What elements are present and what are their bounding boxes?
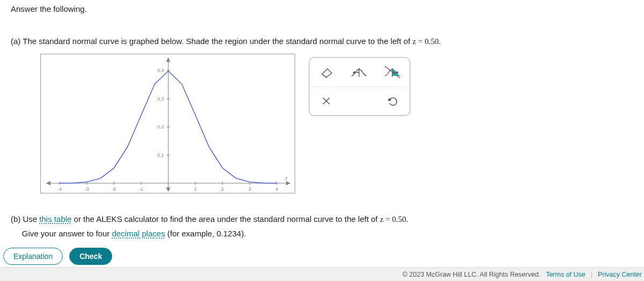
svg-text:0.3: 0.3 <box>157 96 164 102</box>
svg-text:-3: -3 <box>85 186 89 192</box>
part-b-label: (b) <box>11 214 20 224</box>
svg-text:z: z <box>284 176 288 181</box>
footer-sep: | <box>591 271 592 278</box>
tool-row-1 <box>310 58 409 87</box>
part-a-label: (a) <box>11 37 20 46</box>
svg-text:2: 2 <box>221 186 224 192</box>
svg-text:-2: -2 <box>112 186 116 192</box>
this-table-link[interactable]: this table <box>39 214 71 224</box>
privacy-link[interactable]: Privacy Center <box>598 271 642 278</box>
svg-text:-1: -1 <box>139 186 143 192</box>
decimal-places-link[interactable]: decimal places <box>112 229 165 238</box>
normal-curve-graph[interactable]: -4-3-2-112340.10.20.30.4z <box>40 54 295 193</box>
clear-tool[interactable] <box>316 90 337 112</box>
svg-marker-4 <box>166 57 171 62</box>
eraser-tool[interactable] <box>316 61 337 83</box>
explanation-button[interactable]: Explanation <box>3 248 63 265</box>
part-b-pre: Use <box>23 214 40 224</box>
shade-right-tool[interactable] <box>382 61 404 83</box>
part-b-z: z = 0.50. <box>380 215 408 224</box>
check-button[interactable]: Check <box>69 248 112 265</box>
header-prompt: Answer the following. <box>11 4 87 13</box>
part-b-line2-post: (for example, 0.1234). <box>165 229 246 238</box>
part-b-mid: or the ALEKS calculator to find the area… <box>71 214 380 224</box>
svg-marker-37 <box>397 71 399 74</box>
copyright-text: © 2023 McGraw Hill LLC. All Rights Reser… <box>402 271 540 278</box>
svg-text:-4: -4 <box>57 186 62 192</box>
svg-text:1: 1 <box>194 186 197 192</box>
part-a-text: (a) The standard normal curve is graphed… <box>11 37 441 46</box>
svg-marker-5 <box>166 188 171 192</box>
part-b-text: (b) Use this table or the ALEKS calculat… <box>11 212 408 240</box>
eraser-icon <box>319 66 334 78</box>
tool-row-2 <box>310 87 409 116</box>
svg-text:0.2: 0.2 <box>157 124 164 129</box>
footer: © 2023 McGraw Hill LLC. All Rights Reser… <box>0 267 644 281</box>
undo-tool[interactable] <box>382 90 404 112</box>
shade-right-icon <box>384 65 402 79</box>
terms-link[interactable]: Terms of Use <box>546 271 586 278</box>
svg-text:0.1: 0.1 <box>157 153 164 158</box>
svg-text:0.4: 0.4 <box>157 68 164 73</box>
svg-marker-34 <box>353 71 355 74</box>
svg-marker-2 <box>286 181 290 185</box>
svg-text:4: 4 <box>275 186 278 192</box>
svg-text:3: 3 <box>248 186 251 192</box>
shade-left-icon <box>350 66 369 78</box>
action-bar: Explanation Check <box>0 247 644 266</box>
svg-marker-1 <box>46 181 50 185</box>
part-a-z: z = 0.50. <box>413 37 441 46</box>
undo-icon <box>387 96 399 106</box>
shade-left-tool[interactable] <box>349 61 370 83</box>
normal-curve-svg: -4-3-2-112340.10.20.30.4z <box>41 54 296 194</box>
part-b-line2-pre: Give your answer to four <box>22 229 112 238</box>
part-a-body: The standard normal curve is graphed bel… <box>23 37 412 46</box>
shade-tool-panel <box>309 57 411 116</box>
close-icon <box>321 96 331 106</box>
